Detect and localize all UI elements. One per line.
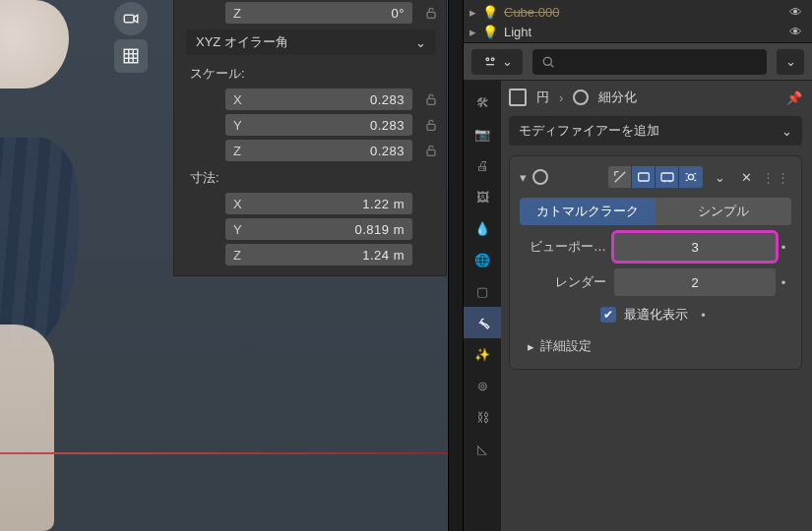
tab-simple[interactable]: シンプル [656,198,791,225]
viewport-levels-input[interactable]: 3 [614,233,776,261]
add-modifier-dropdown[interactable]: モディファイアーを追加 ⌄ [509,116,802,146]
breadcrumb: 円 › 細分化 📌 [509,88,802,106]
svg-point-8 [543,57,551,65]
anim-dot[interactable]: • [696,308,712,323]
disclosure-icon: ▸ [528,339,534,354]
properties-tab-column: 🛠 📷 🖨 🖼 💧 🌐 ▢ ✨ ⊚ ⛓ ◺ [464,81,501,531]
properties-header: ⌄ ⌄ [464,43,812,81]
display-edit-toggle[interactable] [608,166,632,188]
optimal-display-row: ✔ 最適化表示 • [520,306,791,324]
svg-rect-2 [427,12,435,18]
subdiv-type-tabs: カトマルクラーク シンプル [520,198,791,225]
svg-point-7 [491,58,494,61]
anim-dot[interactable]: • [776,275,791,290]
camera-to-view-button[interactable] [114,2,148,35]
svg-rect-4 [427,124,435,130]
scale-y-field[interactable]: Y 0.283 [225,114,412,136]
tab-output[interactable]: 🖨 [464,149,501,181]
tab-modifiers[interactable] [464,307,501,338]
visibility-icon[interactable]: 👁 [789,25,806,39]
disclosure-icon[interactable]: ▾ [520,170,527,185]
render-levels-input[interactable]: 2 [614,268,776,296]
svg-rect-5 [427,149,435,155]
chevron-right-icon: › [559,90,563,105]
search-icon [540,54,556,70]
tab-catmull-clark[interactable]: カトマルクラーク [520,198,656,225]
tab-scene[interactable]: 💧 [464,212,501,244]
dim-x-field[interactable]: X 1.22 m [225,193,412,214]
dim-z-field[interactable]: Z 1.24 m [225,244,412,266]
rotation-mode-label: XYZ オイラー角 [196,33,288,51]
render-levels-field: レンダー 2 • [520,268,791,296]
anim-dot[interactable]: • [776,240,791,255]
lock-icon[interactable] [416,143,446,158]
svg-rect-1 [124,49,138,63]
tab-data[interactable]: ◺ [464,433,501,464]
rotation-z-field[interactable]: Z 0° [225,2,412,24]
tab-viewlayer[interactable]: 🖼 [464,181,501,212]
subdivision-modifier-panel: ▾ [509,155,802,370]
editor-type-dropdown[interactable]: ⌄ [471,49,523,75]
visibility-icon[interactable]: 👁 [789,5,806,20]
scale-header: スケール: [174,59,446,87]
drag-handle-icon[interactable]: ⋮⋮ [762,170,791,185]
dim-y-field[interactable]: Y 0.819 m [225,218,412,240]
wrench-icon [473,314,491,331]
viewport-gizmo-buttons [114,2,148,73]
outliner[interactable]: ▸ 💡 Cube.000 👁 ▸ 💡 Light 👁 [464,0,812,43]
rotation-z-value: 0° [255,6,412,21]
axis-label: Z [225,6,255,21]
tab-render[interactable]: 📷 [464,118,501,149]
axis-x-line [0,452,448,454]
svg-point-6 [486,58,489,61]
svg-rect-0 [124,15,134,23]
tab-particles[interactable]: ✨ [464,338,501,370]
lock-icon[interactable] [416,117,446,133]
lock-icon[interactable] [416,91,446,107]
rotation-mode-dropdown[interactable]: XYZ オイラー角 ⌄ [186,30,436,55]
scale-z-field[interactable]: Z 0.283 [225,140,412,161]
tab-world[interactable]: 🌐 [464,244,501,275]
svg-rect-9 [638,173,649,181]
chevron-down-icon: ⌄ [415,35,426,50]
disclosure-icon[interactable]: ▸ [469,5,476,20]
svg-rect-3 [427,98,435,104]
chevron-down-icon: ⌄ [781,124,792,139]
lamp-icon: 💡 [482,5,498,20]
display-cage-toggle[interactable] [679,166,703,188]
viewport-mesh-preview [0,0,89,531]
advanced-settings-toggle[interactable]: ▸ 詳細設定 [520,337,791,355]
tab-tool[interactable]: 🛠 [464,87,501,118]
modifier-menu-dropdown[interactable]: ⌄ [709,170,730,185]
disclosure-icon[interactable]: ▸ [469,25,476,39]
viewport-3d[interactable]: Z 0° XYZ オイラー角 ⌄ スケール: X 0.283 [0,0,448,531]
outliner-item[interactable]: ▸ 💡 Light 👁 [469,22,806,41]
modifier-display-toggles [608,166,703,188]
viewport-levels-field: ビューポー… 3 • [520,233,791,261]
svg-rect-10 [661,173,673,181]
breadcrumb-object[interactable]: 円 [536,88,549,106]
svg-point-11 [688,174,693,179]
transform-panel: Z 0° XYZ オイラー角 ⌄ スケール: X 0.283 [173,0,447,276]
options-dropdown[interactable]: ⌄ [777,49,804,75]
properties-search[interactable] [532,49,767,75]
remove-modifier-button[interactable]: ✕ [736,170,756,185]
lock-icon[interactable] [416,5,446,21]
tab-physics[interactable]: ⊚ [464,370,501,401]
tab-constraints[interactable]: ⛓ [464,401,501,433]
tab-object[interactable]: ▢ [464,275,501,307]
area-divider[interactable] [448,0,464,531]
display-realtime-toggle[interactable] [632,166,656,188]
scale-x-field[interactable]: X 0.283 [225,88,412,110]
modifier-properties: 円 › 細分化 📌 モディファイアーを追加 ⌄ ▾ [501,81,812,531]
object-icon [509,88,527,106]
rotation-z-row: Z 0° [174,0,446,26]
breadcrumb-modifier[interactable]: 細分化 [598,88,637,106]
optimal-display-checkbox[interactable]: ✔ [600,307,616,323]
toggle-grid-button[interactable] [114,39,148,73]
outliner-item[interactable]: ▸ 💡 Cube.000 👁 [469,2,806,22]
display-render-toggle[interactable] [656,166,679,188]
dimensions-header: 寸法: [174,163,446,191]
subdiv-icon [532,169,548,185]
pin-icon[interactable]: 📌 [786,90,802,105]
